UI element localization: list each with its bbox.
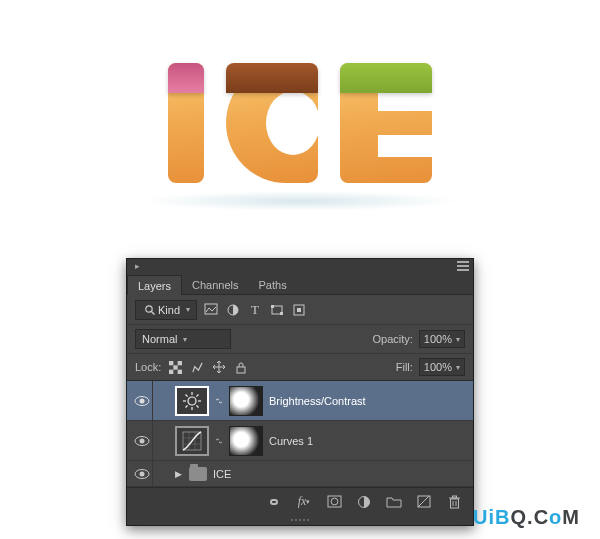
layer-style-icon[interactable]: fx▾: [295, 494, 313, 510]
collapse-arrows-icon[interactable]: ▸: [131, 261, 140, 271]
tab-paths[interactable]: Paths: [249, 275, 297, 294]
svg-rect-2: [205, 304, 217, 314]
filter-adjustment-icon[interactable]: [225, 302, 241, 318]
drop-shadow: [140, 191, 460, 211]
svg-rect-5: [271, 305, 274, 308]
svg-point-37: [139, 471, 144, 476]
svg-rect-42: [450, 499, 458, 508]
opacity-label: Opacity:: [373, 333, 413, 345]
svg-rect-14: [177, 369, 181, 373]
delete-layer-icon[interactable]: [445, 494, 463, 510]
lock-row: Lock: Fill: 100% ▾: [127, 354, 473, 381]
lock-pixels-icon[interactable]: [189, 359, 205, 375]
adjustment-thumb[interactable]: [175, 426, 209, 456]
watermark-part: Q.C: [511, 506, 550, 528]
filter-pixel-icon[interactable]: [203, 302, 219, 318]
filter-smartobject-icon[interactable]: [291, 302, 307, 318]
visibility-toggle[interactable]: [131, 461, 153, 486]
fill-value: 100%: [424, 361, 452, 373]
panel-titlebar[interactable]: ▸: [127, 259, 473, 273]
svg-point-30: [139, 438, 144, 443]
svg-rect-6: [280, 312, 283, 315]
visibility-toggle[interactable]: [131, 421, 153, 460]
watermark: UiBQ.CoM: [473, 506, 580, 529]
layer-row-brightness-contrast[interactable]: Brightness/Contrast: [127, 381, 473, 421]
mask-link-icon[interactable]: [213, 396, 225, 406]
tab-layers[interactable]: Layers: [127, 275, 182, 295]
layer-mask-thumb[interactable]: [229, 386, 263, 416]
layer-row-ice-group[interactable]: ▶ ICE: [127, 461, 473, 487]
filter-kind-dropdown[interactable]: Kind ▾: [135, 300, 197, 320]
svg-point-39: [331, 498, 338, 505]
layers-list: Brightness/Contrast Curve: [127, 381, 473, 487]
opacity-input[interactable]: 100% ▾: [419, 330, 465, 348]
blend-mode-dropdown[interactable]: Normal ▾: [135, 329, 231, 349]
search-icon: [142, 302, 158, 318]
letter-e: [340, 63, 432, 183]
panel-resize-grip[interactable]: [127, 515, 473, 525]
filter-kind-label: Kind: [158, 304, 180, 316]
lock-label: Lock:: [135, 361, 161, 373]
fill-input[interactable]: 100% ▾: [419, 358, 465, 376]
svg-rect-12: [177, 361, 181, 365]
svg-line-28: [196, 394, 198, 396]
svg-line-1: [151, 311, 154, 314]
svg-rect-13: [169, 369, 173, 373]
lock-position-icon[interactable]: [211, 359, 227, 375]
panel-menu-icon[interactable]: [457, 261, 469, 271]
svg-rect-8: [297, 308, 301, 312]
filter-shape-icon[interactable]: [269, 302, 285, 318]
folder-icon: [189, 467, 207, 481]
mask-link-icon[interactable]: [213, 436, 225, 446]
lock-all-icon[interactable]: [233, 359, 249, 375]
svg-point-0: [146, 305, 152, 311]
svg-rect-10: [169, 361, 173, 365]
layer-mask-thumb[interactable]: [229, 426, 263, 456]
adjustment-thumb[interactable]: [175, 386, 209, 416]
tab-channels[interactable]: Channels: [182, 275, 248, 294]
svg-point-19: [139, 398, 144, 403]
watermark-part: M: [562, 506, 580, 528]
new-adjustment-icon[interactable]: [355, 494, 373, 510]
letter-i: [168, 63, 204, 183]
layer-name: Curves 1: [267, 435, 313, 447]
svg-rect-17: [237, 367, 245, 373]
new-group-icon[interactable]: [385, 494, 403, 510]
svg-point-20: [188, 397, 196, 405]
opacity-value: 100%: [424, 333, 452, 345]
layer-row-curves[interactable]: Curves 1: [127, 421, 473, 461]
watermark-part: UiB: [473, 506, 510, 528]
svg-rect-46: [452, 496, 456, 498]
visibility-toggle[interactable]: [131, 381, 153, 420]
chevron-down-icon: ▾: [183, 335, 187, 344]
blend-mode-value: Normal: [142, 333, 177, 345]
layers-panel: ▸ Layers Channels Paths Kind ▾ T N: [126, 258, 474, 526]
blend-row: Normal ▾ Opacity: 100% ▾: [127, 325, 473, 354]
add-mask-icon[interactable]: [325, 494, 343, 510]
layer-name: ICE: [211, 468, 231, 480]
fill-label: Fill:: [396, 361, 413, 373]
layer-name: Brightness/Contrast: [267, 395, 366, 407]
svg-rect-11: [173, 365, 177, 369]
link-layers-icon[interactable]: [265, 494, 283, 510]
letter-c: [226, 63, 318, 183]
panel-bottom-bar: fx▾: [127, 487, 473, 515]
ice-text-art: [168, 63, 432, 183]
chevron-down-icon: ▾: [186, 305, 190, 314]
svg-line-25: [186, 394, 188, 396]
panel-tabs: Layers Channels Paths: [127, 273, 473, 295]
svg-line-26: [196, 405, 198, 407]
chevron-down-icon: ▾: [456, 363, 460, 372]
document-canvas: [0, 0, 600, 245]
watermark-part: o: [549, 506, 562, 528]
layer-filter-row: Kind ▾ T: [127, 295, 473, 325]
lock-transparency-icon[interactable]: [167, 359, 183, 375]
new-layer-icon[interactable]: [415, 494, 433, 510]
chevron-down-icon: ▾: [456, 335, 460, 344]
svg-line-27: [186, 405, 188, 407]
disclosure-triangle-icon[interactable]: ▶: [175, 469, 185, 479]
filter-type-icon[interactable]: T: [247, 302, 263, 318]
